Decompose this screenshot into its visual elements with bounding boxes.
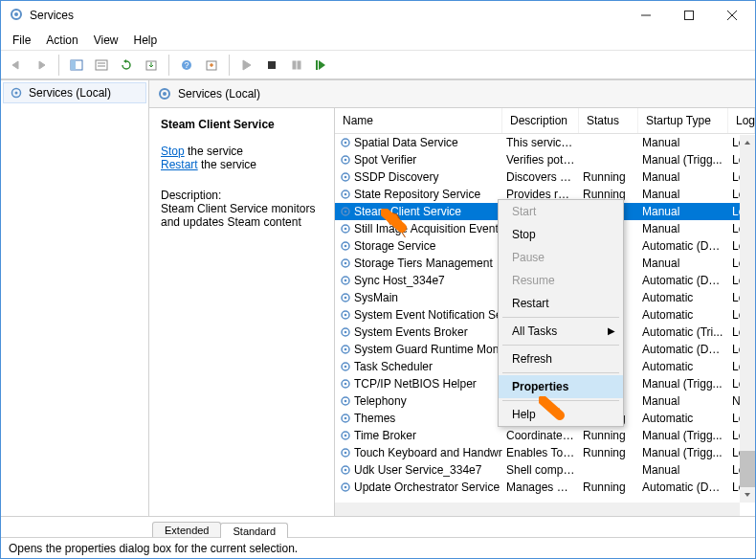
service-name: System Guard Runtime Monitor (354, 343, 502, 356)
tree-services-local[interactable]: Services (Local) (3, 82, 146, 103)
service-name: Udk User Service_334e7 (354, 463, 481, 477)
properties-toolbar-button[interactable] (90, 54, 113, 77)
service-row[interactable]: Update Orchestrator ServiceManages Wi...… (335, 479, 755, 496)
svg-rect-3 (684, 11, 693, 20)
horizontal-scrollbar[interactable] (335, 503, 740, 516)
menu-file[interactable]: File (5, 32, 38, 49)
svg-point-58 (345, 435, 347, 437)
show-hide-tree-button[interactable] (65, 54, 88, 77)
ctx-stop[interactable]: Stop (499, 223, 623, 246)
service-startup: Manual (Trigg... (638, 428, 728, 443)
service-startup: Automatic (638, 411, 728, 426)
service-name: Spatial Data Service (354, 136, 458, 149)
description-label: Description: (161, 189, 322, 202)
service-startup: Automatic (638, 307, 728, 323)
service-name: Task Scheduler (354, 360, 433, 373)
tab-standard[interactable]: Standard (220, 523, 288, 538)
service-row[interactable]: Spot VerifierVerifies pote...Manual (Tri… (335, 151, 755, 168)
tab-extended[interactable]: Extended (152, 522, 221, 537)
export-button[interactable] (140, 54, 163, 77)
service-name: Update Orchestrator Service (354, 481, 500, 494)
pause-service-button[interactable] (285, 54, 308, 77)
vertical-scrollbar[interactable] (740, 135, 755, 503)
action-toolbar-button[interactable] (200, 54, 223, 77)
menu-view[interactable]: View (86, 32, 126, 49)
window-title: Services (30, 9, 624, 22)
help-toolbar-button[interactable]: ? (175, 54, 198, 77)
context-menu: Start Stop Pause Resume Restart All Task… (498, 199, 624, 427)
svg-rect-17 (298, 61, 300, 69)
service-desc: Manages Wi... (502, 480, 579, 495)
close-button[interactable] (710, 2, 753, 29)
service-startup: Automatic (De... (638, 238, 728, 254)
svg-point-34 (345, 228, 347, 231)
restart-link[interactable]: Restart (161, 158, 198, 171)
svg-point-52 (345, 383, 347, 386)
service-name: Spot Verifier (354, 153, 416, 167)
service-status (579, 142, 638, 144)
svg-point-24 (345, 142, 347, 145)
service-row[interactable]: Time BrokerCoordinates ...RunningManual … (335, 427, 755, 444)
column-startup[interactable]: Startup Type (638, 108, 728, 133)
service-startup: Automatic (Tri... (638, 324, 728, 340)
start-service-button[interactable] (235, 54, 258, 77)
service-startup: Manual (638, 187, 728, 202)
minimize-button[interactable] (624, 2, 667, 29)
services-list[interactable]: Name Description Status Startup Type Log… (335, 108, 755, 516)
selected-service-name: Steam Client Service (161, 118, 322, 131)
maximize-button[interactable] (667, 2, 710, 29)
service-startup: Manual (638, 462, 728, 478)
annotation-arrow-icon (381, 209, 413, 241)
ctx-pause[interactable]: Pause (499, 246, 623, 269)
navigation-pane[interactable]: Services (Local) (1, 80, 149, 516)
refresh-button[interactable] (115, 54, 138, 77)
service-startup: Manual (638, 204, 728, 219)
ctx-restart[interactable]: Restart (499, 292, 623, 315)
menu-action[interactable]: Action (38, 32, 85, 49)
ctx-refresh[interactable]: Refresh (499, 347, 623, 370)
service-desc: Shell compo... (502, 462, 579, 478)
ctx-all-tasks[interactable]: All Tasks▶ (499, 320, 623, 343)
description-panel: Steam Client Service Stop the service Re… (149, 108, 335, 516)
forward-button[interactable] (30, 54, 53, 77)
column-description[interactable]: Description (502, 108, 579, 133)
service-name: Telephony (354, 394, 407, 408)
svg-point-30 (345, 193, 347, 196)
column-logon[interactable]: Log (728, 108, 755, 133)
scroll-thumb[interactable] (740, 451, 755, 487)
service-startup: Automatic (638, 290, 728, 305)
svg-point-36 (345, 245, 347, 248)
column-status[interactable]: Status (579, 108, 638, 133)
stop-service-button[interactable] (260, 54, 283, 77)
ctx-properties[interactable]: Properties (499, 375, 623, 398)
restart-service-button[interactable] (310, 54, 333, 77)
scroll-down-button[interactable] (740, 487, 755, 503)
status-text: Opens the properties dialog box for the … (9, 542, 298, 555)
service-name: SysMain (354, 291, 398, 304)
back-button[interactable] (5, 54, 28, 77)
submenu-arrow-icon: ▶ (608, 325, 615, 336)
titlebar[interactable]: Services (1, 1, 755, 30)
service-name: Storage Service (354, 239, 435, 253)
column-name[interactable]: Name (335, 108, 502, 133)
ctx-resume[interactable]: Resume (499, 269, 623, 292)
service-desc: Discovers ne... (502, 169, 579, 185)
scroll-up-button[interactable] (740, 135, 755, 150)
svg-point-32 (345, 211, 347, 213)
ctx-start[interactable]: Start (499, 200, 623, 223)
service-name: SSDP Discovery (354, 170, 438, 184)
service-desc: This service i... (502, 135, 579, 150)
service-row[interactable]: Touch Keyboard and HandwritingEnables To… (335, 444, 755, 461)
service-name: System Event Notification Service (354, 308, 502, 322)
svg-point-42 (345, 297, 347, 300)
stop-link[interactable]: Stop (161, 145, 185, 158)
svg-point-46 (345, 331, 347, 334)
service-startup: Manual (638, 135, 728, 150)
menu-help[interactable]: Help (126, 32, 166, 49)
service-row[interactable]: Udk User Service_334e7Shell compo...Manu… (335, 461, 755, 479)
service-row[interactable]: Spatial Data ServiceThis service i...Man… (335, 134, 755, 151)
service-name: Themes (354, 412, 395, 425)
service-name: System Events Broker (354, 325, 468, 339)
svg-point-64 (345, 486, 347, 489)
service-row[interactable]: SSDP DiscoveryDiscovers ne...RunningManu… (335, 168, 755, 186)
